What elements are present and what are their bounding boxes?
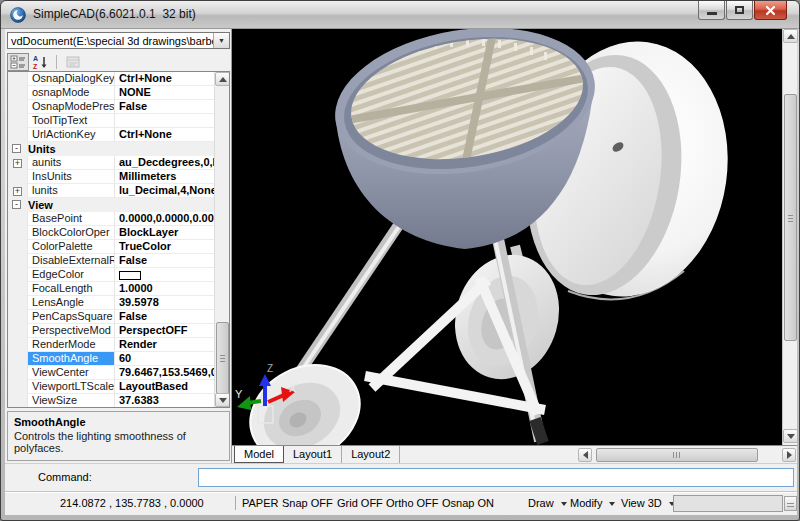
property-value[interactable]: 60 <box>115 352 214 366</box>
property-row[interactable]: +lunitslu_Decimal,4,None <box>8 184 214 198</box>
property-row[interactable]: OsnapModePreserveFalse <box>8 100 214 114</box>
color-swatch[interactable] <box>119 271 141 280</box>
viewport-canvas[interactable]: X Y Z <box>232 29 782 445</box>
property-value[interactable]: BlockLayer <box>115 226 214 240</box>
property-row[interactable]: osnapModeNONE <box>8 86 214 100</box>
property-row[interactable]: PenCapsSquareFalse <box>8 310 214 324</box>
maximize-button[interactable] <box>726 1 753 20</box>
paper-mode-toggle[interactable]: PAPER <box>242 497 278 509</box>
document-selector-value: vdDocument(E:\special 3d drawings\barbec… <box>8 35 213 47</box>
property-row[interactable]: ViewCenter79.6467,153.5469,0. <box>8 366 214 380</box>
scroll-up-button[interactable] <box>783 29 798 43</box>
snap-toggle[interactable]: Snap OFF <box>282 497 333 509</box>
property-value[interactable]: False <box>115 310 214 324</box>
resize-grip-button[interactable] <box>784 496 797 511</box>
property-row[interactable]: LensAngle39.5978 <box>8 296 214 310</box>
document-selector[interactable]: vdDocument(E:\special 3d drawings\barbec… <box>7 32 230 49</box>
property-value[interactable]: 0.0000,0.0000,0.000 <box>115 212 214 226</box>
property-row[interactable]: ToolTipText <box>8 114 214 128</box>
property-value[interactable] <box>115 114 214 128</box>
property-row[interactable]: RenderModeRender <box>8 338 214 352</box>
alphabetical-sort-button[interactable]: A Z <box>29 53 51 71</box>
property-grid-scrollbar[interactable] <box>214 72 229 407</box>
grid-toggle[interactable]: Grid OFF <box>337 497 383 509</box>
collapse-icon[interactable]: - <box>12 200 21 209</box>
ortho-toggle[interactable]: Ortho OFF <box>386 497 439 509</box>
tab-model[interactable]: Model <box>234 446 284 463</box>
modify-menu[interactable]: Modify <box>570 497 615 509</box>
property-row[interactable]: BasePoint0.0000,0.0000,0.000 <box>8 212 214 226</box>
draw-menu[interactable]: Draw <box>528 497 567 509</box>
property-row[interactable]: InsUnitsMillimeters <box>8 170 214 184</box>
property-row[interactable]: PerspectiveModPerspectOFF <box>8 324 214 338</box>
property-value[interactable]: Ctrl+None <box>115 128 214 142</box>
property-value[interactable]: 79.6467,153.5469,0. <box>115 366 214 380</box>
command-input[interactable] <box>198 468 794 487</box>
property-row[interactable]: +aunitsau_Decdegrees,0,No <box>8 156 214 170</box>
close-button[interactable] <box>754 1 787 20</box>
property-value[interactable]: LayoutBased <box>115 380 214 394</box>
down-arrow-icon <box>787 434 795 439</box>
property-row[interactable]: OsnapDialogKeyCtrl+None <box>8 72 214 86</box>
property-value[interactable]: False <box>115 254 214 268</box>
category-name: View <box>26 198 53 212</box>
category-row[interactable]: -View <box>8 198 214 212</box>
scroll-right-button[interactable] <box>782 448 796 462</box>
scrollbar-thumb[interactable] <box>216 322 229 394</box>
x-axis-label: X <box>289 382 297 394</box>
property-value[interactable]: Millimeters <box>115 170 214 184</box>
property-row[interactable]: FocalLength1.0000 <box>8 282 214 296</box>
scroll-down-button[interactable] <box>215 393 230 407</box>
property-row[interactable]: UrlActionKeyCtrl+None <box>8 128 214 142</box>
dropdown-arrow-icon[interactable]: ▼ <box>213 33 229 48</box>
osnap-toggle[interactable]: Osnap ON <box>442 497 494 509</box>
scroll-up-button[interactable] <box>215 72 230 86</box>
viewport-vscrollbar[interactable] <box>782 29 797 445</box>
scroll-left-button[interactable] <box>578 448 592 462</box>
viewport[interactable]: X Y Z <box>232 29 797 445</box>
property-value[interactable] <box>115 268 214 282</box>
property-value[interactable]: Ctrl+None <box>115 72 214 86</box>
categorized-view-button[interactable] <box>7 53 29 71</box>
property-row[interactable]: EdgeColor <box>8 268 214 282</box>
title-bar[interactable]: SimpleCAD(6.6021.0.1 32 bit) <box>1 1 799 29</box>
property-name: DisableExternalRefer <box>28 254 115 268</box>
thumb-grip-icon <box>673 452 681 458</box>
property-value[interactable]: TrueColor <box>115 240 214 254</box>
view3d-menu[interactable]: View 3D <box>621 497 675 509</box>
collapse-icon[interactable]: - <box>12 144 21 153</box>
property-row[interactable]: DisableExternalReferFalse <box>8 254 214 268</box>
chevron-down-icon <box>609 502 615 506</box>
property-value[interactable]: lu_Decimal,4,None <box>115 184 214 198</box>
property-row[interactable]: ViewportLTScaleLayoutBased <box>8 380 214 394</box>
property-row-selected[interactable]: SmoothAngle60 <box>8 352 214 366</box>
chevron-down-icon <box>561 502 567 506</box>
expand-icon[interactable]: + <box>13 159 22 168</box>
property-row[interactable]: BlockColorOperBlockLayer <box>8 226 214 240</box>
tab-layout2[interactable]: Layout2 <box>342 446 400 463</box>
viewport-hscrollbar[interactable] <box>578 448 796 462</box>
property-row[interactable]: ColorPaletteTrueColor <box>8 240 214 254</box>
minimize-button[interactable] <box>698 1 725 20</box>
property-value[interactable]: False <box>115 100 214 114</box>
property-value[interactable]: NONE <box>115 86 214 100</box>
app-window: SimpleCAD(6.6021.0.1 32 bit) vdDocument(… <box>0 0 800 521</box>
window-title: SimpleCAD(6.6021.0.1 32 bit) <box>33 7 196 21</box>
z-axis-label: Z <box>267 363 273 374</box>
expand-icon[interactable]: + <box>13 187 22 196</box>
property-row[interactable]: ViewSize37.6383 <box>8 394 214 408</box>
property-name: LensAngle <box>28 296 115 310</box>
scroll-down-button[interactable] <box>783 429 798 443</box>
property-value[interactable]: 37.6383 <box>115 394 214 408</box>
minimize-icon <box>707 12 717 15</box>
tab-layout1[interactable]: Layout1 <box>284 446 342 463</box>
property-value[interactable]: 39.5978 <box>115 296 214 310</box>
property-value[interactable]: Render <box>115 338 214 352</box>
property-value[interactable]: 1.0000 <box>115 282 214 296</box>
scrollbar-thumb[interactable] <box>784 94 797 341</box>
property-value[interactable]: PerspectOFF <box>115 324 214 338</box>
category-row[interactable]: -Units <box>8 142 214 156</box>
scrollbar-thumb[interactable] <box>596 448 758 462</box>
property-value[interactable]: au_Decdegrees,0,No <box>115 156 214 170</box>
command-label: Command: <box>38 471 92 483</box>
